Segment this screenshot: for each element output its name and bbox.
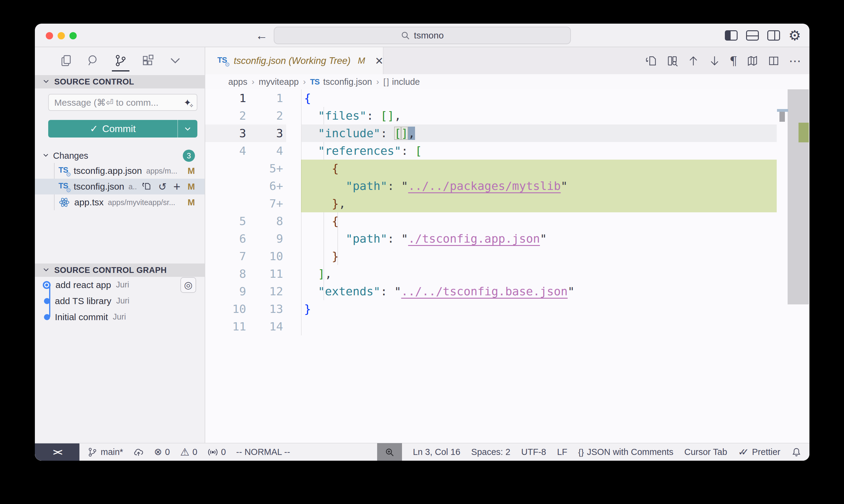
commit-row[interactable]: add react appJuri◎ — [35, 277, 205, 293]
previous-change-icon[interactable] — [687, 55, 700, 67]
editor[interactable]: 11{22 "files": [],33 "include": [],44 "r… — [205, 89, 809, 443]
status-item-utf-8[interactable]: UTF-8 — [521, 447, 546, 457]
copilot-sparkle-icon[interactable]: ✦✧ — [184, 97, 191, 108]
status-item-bell[interactable] — [791, 447, 802, 457]
close-window-button[interactable] — [46, 32, 53, 39]
titlebar: ← → tsmono ⚙ — [35, 24, 809, 47]
back-button[interactable]: ← — [256, 30, 268, 41]
toggle-primary-sidebar-icon[interactable] — [725, 30, 738, 41]
toggle-secondary-sidebar-icon[interactable] — [767, 30, 780, 41]
code-line[interactable]: 11{ — [205, 89, 777, 107]
checkout-target-button[interactable]: ◎ — [180, 277, 196, 293]
status-item-zoom-in[interactable] — [377, 443, 402, 461]
status-item-label: 0 — [192, 447, 197, 457]
code-text: "references": [ — [301, 142, 777, 160]
commit-row[interactable]: Initial commitJuri — [35, 309, 205, 325]
commit-button[interactable]: ✓ Commit — [48, 120, 197, 138]
code-line[interactable]: 6+ "path": "../../packages/mytslib" — [205, 177, 777, 195]
changed-file-tsconfig.app.json[interactable]: TS⚙tsconfig.app.jsonapps/m...M — [35, 163, 205, 179]
stage-action-icon[interactable]: + — [173, 181, 180, 193]
status-item-spaces-2[interactable]: Spaces: 2 — [471, 447, 510, 457]
breadcrumb-apps[interactable]: apps — [228, 77, 247, 87]
file-path: a... — [128, 182, 137, 191]
gutter-original-line-number: 11 — [205, 318, 249, 335]
code-line[interactable]: 7+ }, — [205, 195, 777, 212]
discard-action-icon[interactable]: ↺ — [158, 182, 167, 192]
changed-file-tsconfig.json[interactable]: TS⚙tsconfig.jsona...↺+M — [35, 179, 205, 195]
breadcrumb-include[interactable]: [ ]include — [383, 77, 419, 87]
toggle-panel-icon[interactable] — [746, 30, 759, 41]
settings-gear-icon[interactable]: ⚙ — [789, 29, 801, 42]
inline-view-icon[interactable] — [666, 55, 678, 67]
code-text: "path": "../../packages/mytslib" — [301, 177, 777, 195]
status-item-label: LF — [557, 447, 567, 457]
status-item-prettier[interactable]: ✓✓Prettier — [738, 447, 780, 458]
code-line[interactable]: 710 } — [205, 248, 777, 265]
commit-dropdown-button[interactable] — [177, 120, 197, 138]
breadcrumb-tsconfig.json[interactable]: TStsconfig.json — [310, 77, 372, 87]
code-line[interactable]: 69 "path": "./tsconfig.app.json" — [205, 230, 777, 248]
minimize-window-button[interactable] — [57, 32, 65, 39]
status-item-cursor-tab[interactable]: Cursor Tab — [684, 447, 727, 457]
commit-row[interactable]: add TS libraryJuri — [35, 293, 205, 309]
search-icon — [87, 54, 100, 69]
open-changes-icon[interactable] — [645, 55, 657, 67]
status-item-label: UTF-8 — [521, 447, 546, 457]
commit-message: add react app — [55, 280, 111, 290]
status-item-normal[interactable]: -- NORMAL -- — [236, 447, 290, 457]
changes-section-header[interactable]: Changes 3 — [35, 148, 205, 163]
tab-tsconfig-working-tree[interactable]: TS⚙ tsconfig.json (Working Tree) M ✕ — [205, 47, 383, 74]
editor-scrollbar[interactable] — [788, 89, 809, 304]
status-item-ln-3-col-16[interactable]: Ln 3, Col 16 — [413, 447, 460, 457]
activity-item-source-control[interactable] — [114, 53, 127, 70]
chevron-down-icon — [169, 54, 182, 69]
gutter-modified-line-number: 1 — [249, 89, 286, 107]
code-line[interactable]: 1114 — [205, 318, 777, 335]
code-line[interactable]: 1013} — [205, 300, 777, 318]
close-tab-icon[interactable]: ✕ — [375, 55, 384, 67]
status-item-main[interactable]: main* — [87, 447, 123, 457]
activity-item-extensions[interactable] — [141, 53, 155, 70]
activity-item-search[interactable] — [86, 53, 100, 70]
source-control-graph-section-header[interactable]: SOURCE CONTROL GRAPH — [35, 264, 205, 277]
zoom-window-button[interactable] — [69, 32, 77, 39]
chevron-down-icon — [42, 77, 50, 86]
more-actions-icon[interactable]: ⋯ — [789, 55, 801, 67]
status-item-label: -- NORMAL -- — [236, 447, 290, 457]
commit-message-input[interactable]: Message (⌘⏎ to comm... ✦✧ — [48, 94, 197, 111]
status-item-lf[interactable]: LF — [557, 447, 567, 457]
code-line[interactable]: 58 { — [205, 212, 777, 230]
code-line[interactable]: 22 "files": [], — [205, 107, 777, 125]
source-control-title: SOURCE CONTROL — [54, 77, 134, 87]
git-modified-badge: M — [186, 197, 195, 208]
changed-file-app.tsx[interactable]: app.tsxapps/myviteapp/sr...M — [35, 195, 205, 210]
remote-indicator[interactable]: >< — [35, 444, 80, 461]
status-item-cloud-upload[interactable] — [133, 447, 144, 457]
gutter-modified-line-number: 3 — [249, 125, 286, 142]
next-change-icon[interactable] — [708, 55, 721, 67]
code-line[interactable]: 912 "extends": "../../tsconfig.base.json… — [205, 283, 777, 300]
gutter-original-line-number: 1 — [205, 89, 249, 107]
minimap-icon[interactable] — [746, 55, 758, 67]
breadcrumb-myviteapp[interactable]: myviteapp — [259, 77, 299, 87]
status-item-json-with-comments[interactable]: {}JSON with Comments — [578, 447, 673, 457]
gutter-modified-line-number: 7+ — [249, 195, 286, 212]
status-item-0[interactable]: 0 — [208, 447, 226, 457]
code-line[interactable]: 5+ { — [205, 160, 777, 177]
command-center-search[interactable]: tsmono — [274, 26, 571, 44]
activity-item-more-views[interactable] — [168, 53, 182, 70]
activity-item-explorer[interactable] — [59, 53, 73, 70]
file-name: tsconfig.json — [74, 181, 124, 192]
breadcrumb-label: myviteapp — [259, 77, 299, 87]
status-item-0[interactable]: ⊗0 — [154, 447, 170, 457]
code-text — [301, 318, 777, 335]
code-line[interactable]: 811 ], — [205, 265, 777, 283]
open-file-action-icon[interactable] — [141, 181, 152, 192]
code-line[interactable]: 33 "include": [], — [205, 125, 777, 142]
code-line[interactable]: 44 "references": [ — [205, 142, 777, 160]
gutter-original-line-number: 6 — [205, 230, 249, 248]
render-whitespace-icon[interactable]: ¶ — [730, 55, 737, 67]
source-control-section-header[interactable]: SOURCE CONTROL — [35, 75, 205, 88]
split-editor-icon[interactable] — [768, 55, 780, 67]
status-item-0[interactable]: ⚠0 — [180, 447, 197, 458]
